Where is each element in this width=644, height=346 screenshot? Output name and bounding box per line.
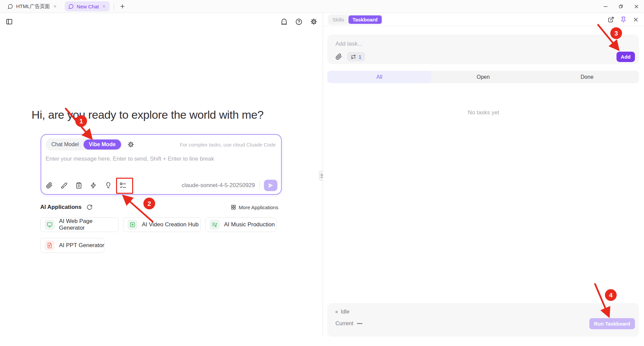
taskboard-checklist-icon[interactable] (119, 182, 126, 189)
tab-taskboard[interactable]: Taskboard (348, 15, 382, 24)
app-label: AI PPT Generator (59, 242, 104, 249)
mode-toggle: Chat Model Vibe Mode (46, 138, 122, 151)
more-applications-button[interactable]: More Applications (231, 205, 278, 210)
composer-toolbar-top: Chat Model Vibe Mode For complex tasks, … (46, 138, 277, 151)
app-web-page-generator[interactable]: AI Web Page Generator (40, 217, 119, 232)
empty-state-text: No tasks yet (323, 109, 644, 116)
greeting-heading: Hi, are you ready to explore the world w… (32, 108, 300, 121)
music-list-icon (210, 220, 220, 230)
filter-open[interactable]: Open (431, 71, 535, 83)
ghost-icon[interactable] (281, 18, 287, 25)
video-play-icon (127, 220, 138, 230)
clipboard-icon[interactable] (75, 182, 82, 189)
close-panel-icon[interactable] (633, 16, 639, 23)
current-label: Current (335, 321, 353, 327)
model-settings-button[interactable] (127, 141, 134, 148)
minimize-icon (603, 4, 608, 9)
pin-icon[interactable] (620, 16, 627, 23)
more-applications-label: More Applications (239, 205, 278, 210)
zap-icon[interactable] (90, 182, 97, 189)
status-row: Idle (335, 309, 635, 315)
task-filter-tabs: All Open Done (327, 71, 639, 83)
app-ppt-generator[interactable]: AI PPT Generator (40, 238, 105, 253)
add-task-button[interactable]: Add (616, 52, 635, 62)
panel-actions (608, 16, 639, 23)
grid-icon (231, 205, 236, 210)
taskboard-status-card: Idle Current — Run Taskboard (327, 303, 639, 337)
apps-header: AI Applications More Applications (40, 204, 278, 211)
chat-pane: Hi, are you ready to explore the world w… (0, 13, 323, 346)
ppt-file-icon (45, 240, 55, 250)
add-task-input[interactable] (335, 41, 635, 47)
tab-skills[interactable]: Skills (329, 16, 347, 23)
taskboard-header: Skills Taskboard (323, 13, 644, 26)
send-plane-icon (268, 182, 274, 188)
status-text: Idle (341, 309, 350, 315)
tab-bar: HTML广告页面 New Chat (0, 0, 644, 13)
chat-bubble-icon (68, 4, 74, 9)
settings-gear-icon[interactable] (310, 18, 317, 25)
tab-label: New Chat (77, 4, 99, 9)
close-tab-icon[interactable] (53, 4, 57, 8)
tab-new-chat[interactable]: New Chat (65, 1, 110, 11)
vibe-mode-option[interactable]: Vibe Mode (84, 139, 121, 150)
model-name: claude-sonnet-4-5-20250929 (182, 182, 255, 189)
attach-file-icon[interactable] (46, 182, 53, 189)
taskboard-panel: Skills Taskboard (323, 13, 644, 346)
open-external-icon[interactable] (608, 16, 614, 23)
current-value: — (357, 321, 362, 327)
app-label: AI Music Production (224, 221, 275, 228)
repeat-count: 1 (359, 54, 361, 60)
app-label: AI Video Creation Hub (142, 221, 199, 228)
repeat-count-badge[interactable]: 1 (347, 52, 365, 61)
message-input[interactable] (46, 156, 277, 162)
chat-bubble-icon (8, 4, 13, 9)
repeat-icon (351, 54, 356, 59)
status-dot (335, 311, 338, 313)
cloud-code-hint: For complex tasks, use cloud Cluade Code (180, 142, 277, 148)
plus-icon (119, 3, 125, 9)
tab-label: HTML广告页面 (16, 3, 50, 10)
filter-all[interactable]: All (327, 71, 431, 83)
panel-tabs: Skills Taskboard (328, 14, 383, 25)
sidebar-toggle-button[interactable] (6, 18, 13, 25)
close-icon (634, 4, 639, 9)
minimize-button[interactable] (598, 0, 613, 13)
window-controls (598, 0, 644, 13)
message-composer: Chat Model Vibe Mode For complex tasks, … (41, 134, 282, 195)
tab-separator (114, 3, 114, 10)
attach-file-icon[interactable] (335, 53, 342, 60)
send-button[interactable] (264, 180, 277, 191)
composer-toolbar-bottom: claude-sonnet-4-5-20250929 (46, 180, 277, 191)
app-music-production[interactable]: AI Music Production (205, 217, 276, 232)
add-task-toolbar: 1 Add (335, 52, 635, 62)
restore-icon (618, 4, 624, 9)
chat-model-option[interactable]: Chat Model (47, 140, 84, 149)
tab-html-ad-page[interactable]: HTML广告页面 (4, 1, 61, 11)
add-task-card: 1 Add (327, 35, 639, 64)
toolbar-divider (259, 182, 260, 189)
refresh-icon[interactable] (87, 204, 93, 210)
app-window: HTML广告页面 New Chat (0, 0, 644, 346)
help-icon[interactable] (296, 18, 302, 25)
lightbulb-icon[interactable] (105, 182, 112, 189)
close-window-button[interactable] (629, 0, 644, 13)
run-taskboard-button[interactable]: Run Taskboard (589, 318, 635, 329)
close-tab-icon[interactable] (102, 4, 106, 8)
monitor-icon (45, 220, 55, 230)
brush-icon[interactable] (60, 182, 67, 189)
chat-header-actions (281, 18, 317, 25)
app-video-creation-hub[interactable]: AI Video Creation Hub (123, 217, 201, 232)
apps-title: AI Applications (40, 204, 82, 211)
app-label: AI Web Page Generator (59, 218, 118, 231)
filter-done[interactable]: Done (535, 71, 639, 83)
panel-left-icon (6, 18, 13, 25)
new-tab-button[interactable] (118, 2, 127, 11)
restore-button[interactable] (613, 0, 629, 13)
